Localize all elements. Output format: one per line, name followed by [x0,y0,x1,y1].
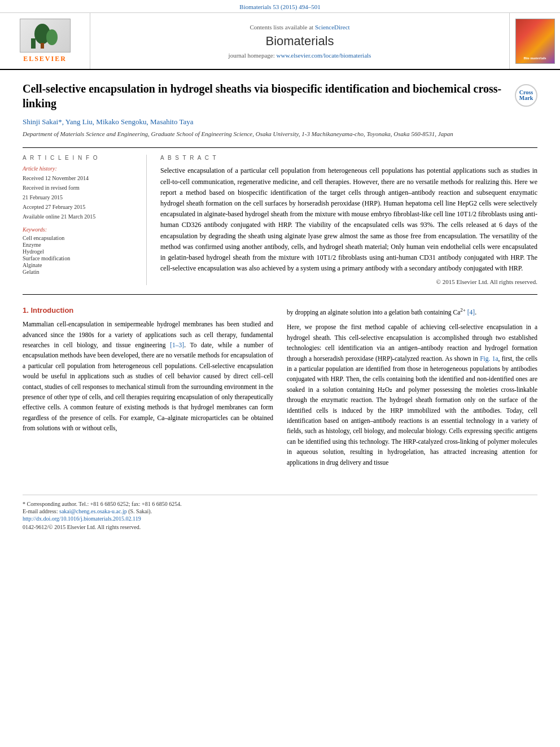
keyword-6: Gelatin [23,269,137,275]
citation-bar: Biomaterials 53 (2015) 494–501 [0,0,560,13]
email-link[interactable]: sakai@cheng.es.osaka-u.ac.jp [59,508,127,514]
ref-4[interactable]: [4] [467,309,475,316]
fig-1a-ref[interactable]: Fig. 1a [480,355,498,362]
email-line: E-mail address: sakai@cheng.es.osaka-u.a… [23,508,537,514]
elsevier-brand-text: ELSEVIER [23,55,67,63]
article-content: Cell-selective encapsulation in hydrogel… [0,70,560,483]
journal-center-header: Contents lists available at ScienceDirec… [90,13,509,69]
intro-paragraph-2: by dropping an alginate solution into a … [287,306,537,317]
body-col-right: by dropping an alginate solution into a … [287,306,537,472]
available-date: Available online 21 March 2015 [23,212,137,221]
keyword-4: Surface modification [23,255,137,261]
cover-label: Bio materials [524,56,546,60]
revised-date: 21 February 2015 [23,193,137,202]
sciencedirect-link[interactable]: ScienceDirect [315,24,350,30]
received-date: Received 12 November 2014 [23,174,137,182]
authors: Shinji Sakai*, Yang Liu, Mikako Sengoku,… [23,117,537,126]
intro-section-title: 1. Introduction [23,306,273,314]
journal-thumbnail: Bio materials [509,13,560,69]
sciencedirect-line: Contents lists available at ScienceDirec… [250,24,349,30]
page-footer: * Corresponding author. Tel.: +81 6 6850… [23,495,537,536]
elsevier-tree-icon [20,19,71,53]
journal-header: ELSEVIER Contents lists available at Sci… [0,13,560,70]
doi-line[interactable]: http://dx.doi.org/10.1016/j.biomaterials… [23,516,537,522]
keyword-5: Alginate [23,262,137,268]
received-revised-label: Received in revised form [23,184,137,192]
journal-homepage: journal homepage: www.elsevier.com/locat… [229,52,371,59]
accepted-date: Accepted 27 February 2015 [23,203,137,211]
abstract-col: A B S T R A C T Selective encapsulation … [160,155,537,285]
keyword-3: Hydrogel [23,248,137,255]
svg-rect-0 [31,38,36,49]
body-two-col: 1. Introduction Mammalian cell-encapsula… [23,306,537,472]
biomaterials-cover-image: Bio materials [515,19,555,64]
ref-1-3[interactable]: [1–3] [170,342,184,348]
svg-point-2 [46,29,58,45]
divider-body [23,294,537,295]
keywords-label: Keywords: [23,226,137,233]
journal-title: Biomaterials [265,34,334,49]
divider-top [23,147,537,148]
keyword-1: Cell encapsulation [23,235,137,241]
abstract-header: A B S T R A C T [160,155,537,161]
history-label: Article history: [23,165,137,172]
intro-paragraph-1: Mammalian cell-encapsulation in semiperm… [23,319,273,433]
article-title-text: Cell-selective encapsulation in hydrogel… [23,81,515,111]
abstract-text: Selective encapsulation of a particular … [160,165,537,274]
citation-text: Biomaterials 53 (2015) 494–501 [239,3,320,10]
article-title-row: Cell-selective encapsulation in hydrogel… [23,81,537,111]
homepage-url[interactable]: www.elsevier.com/locate/biomaterials [277,52,371,59]
crossmark-logo[interactable]: CrossMark [515,84,537,107]
body-col-left: 1. Introduction Mammalian cell-encapsula… [23,306,273,472]
intro-paragraph-3: Here, we propose the first method capabl… [287,322,537,467]
elsevier-logo: ELSEVIER [20,19,71,63]
keyword-2: Enzyme [23,242,137,248]
body-content: 1. Introduction Mammalian cell-encapsula… [23,306,537,472]
corresponding-note: * Corresponding author. Tel.: +81 6 6850… [23,501,537,507]
article-info-abstract: A R T I C L E I N F O Article history: R… [23,155,537,285]
copyright-line: © 2015 Elsevier Ltd. All rights reserved… [160,278,537,285]
issn-line: 0142-9612/© 2015 Elsevier Ltd. All right… [23,524,537,530]
article-info-col: A R T I C L E I N F O Article history: R… [23,155,147,285]
svg-rect-3 [41,43,44,49]
journal-logo-area: ELSEVIER [0,13,90,69]
article-info-header: A R T I C L E I N F O [23,155,137,161]
crossmark-icon: CrossMark [519,90,533,101]
affiliation: Department of Materials Science and Engi… [23,130,537,138]
